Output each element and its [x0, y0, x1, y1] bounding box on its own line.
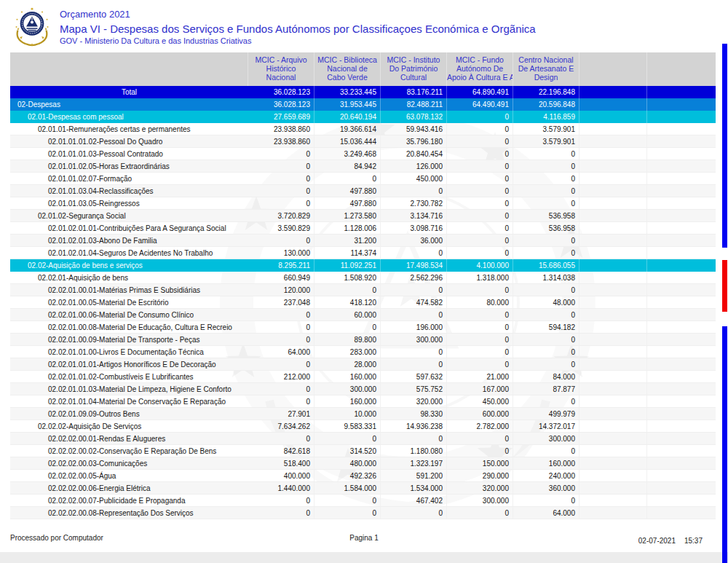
value-cell: 27.901 — [248, 408, 314, 420]
value-cell: 0 — [248, 173, 314, 184]
column-header-line: MCIC - Instituto — [381, 55, 446, 64]
row-label: 02.01.02.01.01-Contribuições Para A Segu… — [10, 222, 248, 234]
value-cell: 0 — [248, 507, 314, 519]
row-label: 02.02.01.09.09-Outros Bens — [10, 408, 248, 420]
value-cell: 300.000 — [447, 495, 513, 506]
empty-cell — [647, 445, 716, 457]
value-cell: 300.000 — [314, 383, 381, 395]
empty-cell — [647, 470, 716, 481]
value-cell: 160.000 — [314, 371, 381, 382]
value-cell: 23.938.860 — [248, 135, 314, 147]
value-cell: 1.440.000 — [248, 482, 314, 494]
table-row: 02-Despesas36.028.12331.953.44582.488.21… — [10, 98, 716, 111]
value-cell: 0 — [447, 210, 513, 221]
ministry-subtitle: GOV - Ministerio Da Cultura e das Indust… — [60, 36, 536, 45]
footer-datetime: 02-07-202115:37 — [638, 537, 703, 545]
value-cell: 3.249.468 — [314, 148, 381, 160]
value-cell: 660.949 — [248, 272, 314, 283]
empty-cell — [647, 247, 716, 259]
empty-cell — [647, 173, 716, 184]
value-cell: 0 — [513, 247, 579, 259]
table-row: Total36.028.12333.233.44583.176.21164.89… — [10, 86, 716, 98]
empty-cell — [647, 358, 716, 370]
value-cell: 87.877 — [513, 383, 579, 395]
value-cell: 64.490.491 — [447, 98, 513, 111]
table-row: 02.02.02.00.06-Energia Elétrica1.440.000… — [10, 482, 716, 495]
value-cell: 0 — [447, 173, 513, 184]
empty-cell — [647, 148, 716, 160]
empty-cell — [647, 334, 716, 345]
empty-cell — [647, 371, 716, 382]
empty-cell — [647, 296, 716, 308]
value-cell: 36.028.123 — [248, 98, 314, 111]
value-cell: 27.659.689 — [248, 111, 314, 123]
value-cell: 0 — [447, 433, 513, 444]
empty-cell — [647, 98, 716, 111]
value-cell: 0 — [248, 309, 314, 320]
value-cell: 320.000 — [381, 395, 447, 407]
value-cell: 64.890.491 — [447, 86, 513, 98]
value-cell: 9.583.331 — [314, 420, 381, 432]
empty-cell — [579, 235, 647, 246]
value-cell: 0 — [447, 135, 513, 147]
value-cell: 0 — [513, 148, 579, 160]
row-label: 02.01.01.02.05-Horas Extraordinárias — [10, 160, 248, 172]
row-label: 02.01.02.01.03-Abono De Familia — [10, 235, 248, 246]
value-cell: 0 — [513, 445, 579, 457]
value-cell: 450.000 — [447, 395, 513, 407]
value-cell: 0 — [513, 197, 579, 209]
row-label: 02-Despesas — [10, 98, 248, 111]
value-cell: 80.000 — [447, 296, 513, 308]
value-cell: 0 — [248, 433, 314, 444]
column-header-line: MCIC - Arquivo — [248, 55, 314, 64]
value-cell: 480.000 — [314, 457, 381, 469]
empty-cell — [579, 309, 647, 320]
row-label: 02.02.01.00.09-Material De Transporte - … — [10, 334, 248, 345]
table-row: 02.01-Despesas com pessoal27.659.68920.6… — [10, 111, 716, 123]
value-cell: 1.584.000 — [314, 482, 381, 494]
row-label: 02.02.02.00.01-Rendas E Alugueres — [10, 433, 248, 444]
value-cell: 130.000 — [248, 247, 314, 259]
empty-cell — [647, 408, 716, 420]
value-cell: 1.534.000 — [381, 482, 447, 494]
column-header-line: Centro Nacional — [513, 55, 579, 64]
value-cell: 0 — [447, 148, 513, 160]
empty-cell — [647, 309, 716, 320]
table-row: 02.01.01.03.05-Reingressos0497.8802.730.… — [10, 197, 716, 210]
value-cell: 0 — [381, 284, 447, 296]
row-label: 02.02.01.01.02-Combustíveis E Lubrifican… — [10, 371, 248, 382]
value-cell: 2.730.782 — [381, 197, 447, 209]
table-row: 02.01.01.03.04-Reclassificações0497.8800… — [10, 185, 716, 197]
cape-verde-emblem-logo-icon — [12, 6, 52, 48]
row-label: 02.01.01.03.04-Reclassificações — [10, 185, 248, 197]
value-cell: 21.000 — [447, 371, 513, 382]
value-cell: 1.273.580 — [314, 210, 381, 221]
column-header-line: MCIC - Fundo — [447, 55, 513, 64]
value-cell: 0 — [248, 160, 314, 172]
value-cell: 0 — [447, 445, 513, 457]
value-cell: 28.000 — [314, 358, 381, 370]
value-cell: 98.330 — [381, 408, 447, 420]
table-row: 02.02.02.00.01-Rendas E Alugueres0000300… — [10, 433, 716, 445]
table-row: 02.02.01.01.03-Material De Limpeza, Higi… — [10, 383, 716, 395]
value-cell: 3.134.716 — [381, 210, 447, 221]
empty-cell — [579, 321, 647, 333]
value-cell: 14.372.017 — [513, 420, 579, 432]
row-label: 02.02.02.00.02-Conservação E Reparação D… — [10, 445, 248, 457]
column-header-line: Cabo Verde — [314, 73, 380, 82]
empty-cell — [579, 470, 647, 481]
value-cell: 518.400 — [248, 457, 314, 469]
value-cell: 10.000 — [314, 408, 381, 420]
empty-cell — [579, 383, 647, 395]
value-cell: 314.520 — [314, 445, 381, 457]
table-row: 02.01.01-Remunerações certas e permanent… — [10, 123, 716, 135]
row-label: 02.01.01.01.03-Pessoal Contratado — [10, 148, 248, 160]
column-header-line: Do Património — [381, 64, 446, 73]
table-row: 02.01.02.01.01-Contribuições Para A Segu… — [10, 222, 716, 235]
value-cell: 17.498.534 — [381, 259, 447, 272]
table-row: 02.02.02-Aquisição De Serviços7.634.2629… — [10, 420, 716, 433]
empty-cell — [579, 457, 647, 469]
value-cell: 1.318.000 — [447, 272, 513, 283]
table-row: 02.02.02.00.07-Publicidade E Propaganda0… — [10, 495, 716, 507]
value-cell: 212.000 — [248, 371, 314, 382]
